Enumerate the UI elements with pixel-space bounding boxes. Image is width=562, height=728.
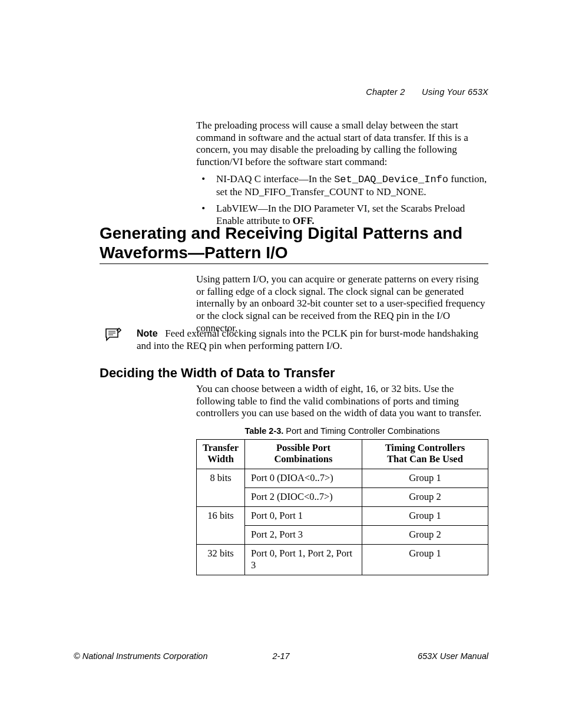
running-header: Chapter 2 Using Your 653X	[366, 87, 488, 97]
cell-group: Group 2	[362, 487, 488, 506]
cell-width	[197, 487, 245, 506]
cell-width: 32 bits	[197, 544, 245, 575]
table-row: 16 bits Port 0, Port 1 Group 1	[197, 506, 488, 525]
body-block-1: The preloading process will cause a smal…	[196, 120, 488, 232]
cell-ports: Port 2, Port 3	[245, 525, 362, 544]
list-item: NI-DAQ C interface—In the Set_DAQ_Device…	[213, 173, 488, 198]
table-row: 32 bits Port 0, Port 1, Port 2, Port 3 G…	[197, 544, 488, 575]
th-text: Transfer	[203, 442, 239, 453]
h1-line2: Waveforms—Pattern I/O	[100, 243, 287, 262]
table-header-row: Transfer Width Possible Port Combination…	[197, 440, 488, 469]
note-label: Note	[137, 328, 158, 338]
pattern-io-paragraph: Using pattern I/O, you can acquire or ge…	[196, 274, 488, 335]
page: Chapter 2 Using Your 653X The preloading…	[0, 0, 562, 728]
note-text: Note Feed external clocking signals into…	[137, 328, 488, 352]
preload-paragraph: The preloading process will cause a smal…	[196, 120, 488, 169]
th-text: Width	[207, 453, 234, 465]
width-paragraph: You can choose between a width of eight,…	[196, 383, 488, 420]
table-row: Port 2, Port 3 Group 2	[197, 525, 488, 544]
th-text: That Can Be Used	[387, 453, 463, 465]
subsection-heading: Deciding the Width of Data to Transfer	[100, 365, 335, 381]
section-heading: Generating and Receiving Digital Pattern…	[100, 223, 488, 262]
cell-ports: Port 0 (DIOA<0..7>)	[245, 469, 362, 487]
cell-group: Group 2	[362, 525, 488, 544]
header-title: Using Your 653X	[422, 87, 488, 97]
footer-doc-title: 653X User Manual	[418, 651, 488, 661]
cell-group: Group 1	[362, 506, 488, 525]
th-text: Possible Port	[276, 442, 330, 453]
note-icon	[104, 328, 121, 342]
body-block-3: You can choose between a width of eight,…	[196, 383, 488, 424]
bullet1-a: NI-DAQ C interface—In the	[216, 173, 334, 185]
th-transfer-width: Transfer Width	[197, 440, 245, 469]
table-caption-title: Port and Timing Controller Combinations	[286, 426, 439, 436]
th-text: Combinations	[274, 453, 332, 465]
th-port-combinations: Possible Port Combinations	[245, 440, 362, 469]
cell-ports: Port 2 (DIOC<0..7>)	[245, 487, 362, 506]
cell-group: Group 1	[362, 544, 488, 575]
cell-width: 16 bits	[197, 506, 245, 525]
th-timing-controllers: Timing Controllers That Can Be Used	[362, 440, 488, 469]
note-body: Feed external clocking signals into the …	[137, 328, 478, 351]
heading-rule	[100, 263, 488, 264]
table-caption: Table 2-3. Port and Timing Controller Co…	[196, 426, 488, 436]
cell-group: Group 1	[362, 469, 488, 487]
table-caption-label: Table 2-3.	[245, 426, 284, 436]
cell-width: 8 bits	[197, 469, 245, 487]
th-text: Timing Controllers	[385, 442, 465, 453]
header-chapter: Chapter 2	[366, 87, 405, 97]
table-row: 8 bits Port 0 (DIOA<0..7>) Group 1	[197, 469, 488, 487]
note-block: Note Feed external clocking signals into…	[100, 328, 488, 352]
bullet1-code: Set_DAQ_Device_Info	[334, 174, 448, 185]
table-row: Port 2 (DIOC<0..7>) Group 2	[197, 487, 488, 506]
disable-preload-list: NI-DAQ C interface—In the Set_DAQ_Device…	[196, 173, 488, 228]
port-timing-table: Transfer Width Possible Port Combination…	[196, 439, 488, 575]
h1-line1: Generating and Receiving Digital Pattern…	[100, 224, 462, 242]
cell-width	[197, 525, 245, 544]
cell-ports: Port 0, Port 1, Port 2, Port 3	[245, 544, 362, 575]
cell-ports: Port 0, Port 1	[245, 506, 362, 525]
